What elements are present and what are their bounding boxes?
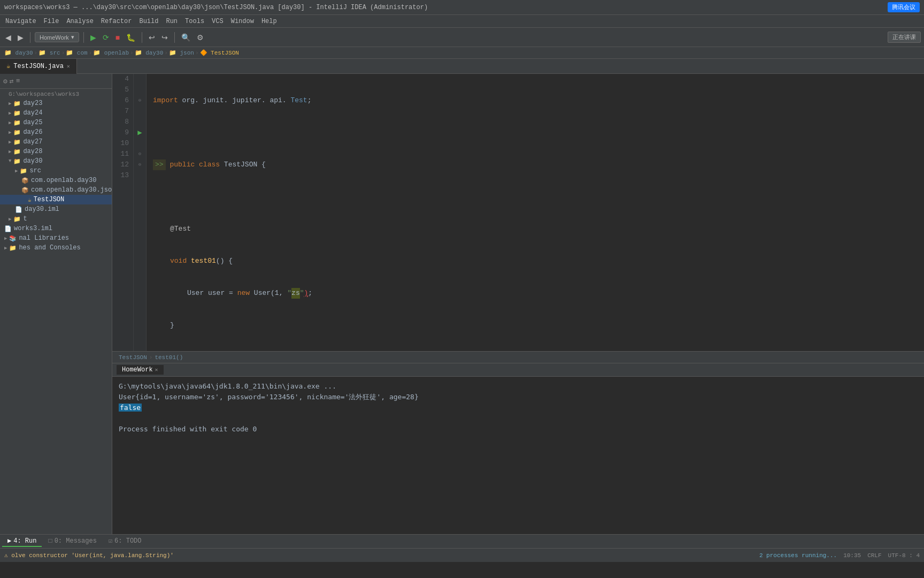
- bc-testjson[interactable]: 🔶 TestJSON: [200, 49, 239, 56]
- console-output-1: User{id=1, username='zs', password='1234…: [119, 392, 918, 402]
- editor-tab-testjson[interactable]: ☕ TestJSON.java ✕: [0, 59, 77, 74]
- settings-button[interactable]: ⚙: [195, 32, 206, 43]
- sidebar-workspace[interactable]: G:\workspaces\works3: [0, 90, 112, 98]
- console-tab-label: HomeWork: [122, 366, 153, 374]
- bottom-tab-run[interactable]: ▶ 4: Run: [2, 536, 42, 547]
- collapse-icon[interactable]: ⊖: [138, 95, 141, 106]
- sidebar-item-com-openlab-day30-json[interactable]: 📦 com.openlab.day30.json: [0, 185, 112, 195]
- status-crlf[interactable]: CRLF: [867, 552, 881, 559]
- menu-window[interactable]: Window: [228, 17, 257, 26]
- run-gutter-icon[interactable]: ▶: [137, 127, 142, 138]
- sidebar-expand-icon[interactable]: ⇄: [10, 77, 14, 86]
- code-line-7: [153, 192, 918, 202]
- sidebar-item-scratches[interactable]: ▶ 📁 hes and Consoles: [0, 243, 112, 253]
- console-tab-homework[interactable]: HomeWork ✕: [117, 365, 164, 375]
- sidebar-item-src[interactable]: ▶ 📁 src: [0, 166, 112, 176]
- collapse-icon-3[interactable]: ⊖: [138, 159, 141, 170]
- toolbar: ◀ ▶ HomeWork ▾ ▶ ⟳ ■ 🐛 ↩ ↪ 🔍 ⚙ 正在讲课: [0, 28, 924, 47]
- code-line-10: User user = new User(1, "zs");: [153, 288, 918, 299]
- sidebar-item-day27[interactable]: ▶ 📁 day27: [0, 137, 112, 147]
- sidebar-item-day24[interactable]: ▶ 📁 day24: [0, 108, 112, 118]
- menu-run[interactable]: Run: [163, 17, 181, 26]
- toolbar-sep-1: [30, 32, 30, 43]
- editor-console-area: 4 5 6 7 8 9 10 11 12 13 ⊖: [112, 74, 924, 534]
- eb-testjson[interactable]: TestJSON: [119, 354, 147, 361]
- sidebar-content: G:\workspaces\works3 ▶ 📁 day23 ▶ 📁 day24…: [0, 89, 112, 534]
- bottom-tab-messages[interactable]: □ 0: Messages: [43, 536, 102, 547]
- code-line-4: import org. junit. jupiter. api. Test;: [153, 95, 918, 106]
- sidebar-item-day30-iml[interactable]: 📄 day30.iml: [0, 204, 112, 214]
- todo-tab-icon: ☑: [109, 537, 112, 545]
- back-button[interactable]: ◀: [3, 32, 13, 43]
- menu-file[interactable]: File: [41, 17, 63, 26]
- build-button[interactable]: ▶: [88, 32, 98, 43]
- undo-button[interactable]: ↩: [147, 32, 157, 43]
- sidebar-item-ext-libraries[interactable]: ▶ 📚 nal Libraries: [0, 233, 112, 243]
- sidebar-collapse-icon[interactable]: ≡: [16, 77, 20, 85]
- bc-src[interactable]: 📁 src: [38, 49, 60, 56]
- console-java-path: G:\mytools\java\java64\jdk1.8.0_211\bin\…: [119, 381, 918, 392]
- status-charset: UTF-8 : 4: [888, 552, 920, 559]
- console-false-line: false: [119, 402, 918, 413]
- search-button[interactable]: 🔍: [179, 32, 192, 43]
- code-line-9: void test01() {: [153, 256, 918, 267]
- todo-tab-label: 6: TODO: [114, 537, 141, 545]
- sidebar-toolbar: ⚙ ⇄ ≡: [0, 74, 112, 89]
- sidebar-item-testjson[interactable]: ☕ TestJSON: [0, 195, 112, 204]
- menu-refactor[interactable]: Refactor: [98, 17, 135, 26]
- menu-vcs[interactable]: VCS: [209, 17, 227, 26]
- status-bar: ⚠ olve constructor 'User(int, java.lang.…: [0, 548, 924, 562]
- collapse-icon-2[interactable]: ⊖: [138, 149, 141, 159]
- bc-json[interactable]: 📁 json: [169, 49, 194, 56]
- editor-tab-bar: ☕ TestJSON.java ✕: [0, 59, 924, 74]
- sidebar-item-com-openlab-day30[interactable]: 📦 com.openlab.day30: [0, 176, 112, 185]
- code-editor[interactable]: 4 5 6 7 8 9 10 11 12 13 ⊖: [112, 74, 924, 351]
- bc-com[interactable]: 📁 com: [66, 49, 87, 56]
- code-content[interactable]: import org. junit. jupiter. api. Test; >…: [147, 74, 924, 351]
- menu-analyse[interactable]: Analyse: [63, 17, 96, 26]
- sidebar-item-day30[interactable]: ▼ 📁 day30: [0, 156, 112, 166]
- toolbar-sep-2: [83, 32, 84, 43]
- forward-button[interactable]: ▶: [16, 32, 26, 43]
- toolbar-sep-4: [174, 32, 175, 43]
- sidebar-item-day23[interactable]: ▶ 📁 day23: [0, 98, 112, 108]
- sidebar-item-day25[interactable]: ▶ 📁 day25: [0, 118, 112, 127]
- sidebar-item-day26[interactable]: ▶ 📁 day26: [0, 127, 112, 137]
- debug-button[interactable]: 🐛: [124, 32, 137, 43]
- sidebar-item-t[interactable]: ▶ 📁 t: [0, 214, 112, 224]
- console-area: G:\mytools\java\java64\jdk1.8.0_211\bin\…: [112, 377, 924, 534]
- menu-build[interactable]: Build: [136, 17, 161, 26]
- project-selector[interactable]: HomeWork ▾: [35, 32, 79, 42]
- status-warning-text: ⚠ olve constructor 'User(int, java.lang.…: [4, 552, 174, 559]
- code-line-6: >> public class TestJSON {: [153, 159, 918, 170]
- redo-button[interactable]: ↪: [159, 32, 170, 43]
- toolbar-sep-3: [142, 32, 142, 43]
- messages-tab-icon: □: [48, 537, 52, 545]
- console-tab-header: HomeWork ✕: [112, 363, 924, 377]
- sidebar-item-day28[interactable]: ▶ 📁 day28: [0, 147, 112, 156]
- run-tab-label: 4: Run: [13, 537, 36, 545]
- sidebar-settings-icon[interactable]: ⚙: [3, 77, 7, 86]
- eb-test01[interactable]: test01(): [155, 354, 183, 361]
- code-line-8: @Test: [153, 224, 918, 234]
- breadcrumb: 📁 day30 › 📁 src › 📁 com › 📁 openlab › 📁 …: [0, 47, 924, 59]
- console-exit-code: Process finished with exit code 0: [119, 424, 918, 435]
- menu-help[interactable]: Help: [258, 17, 280, 26]
- bc-openlab[interactable]: 📁 openlab: [93, 49, 129, 56]
- workspace-label: G:\workspaces\works3: [9, 91, 79, 97]
- bc-day30[interactable]: 📁 day30: [4, 49, 33, 56]
- console-tab-close[interactable]: ✕: [155, 367, 158, 373]
- sidebar-item-works3-iml[interactable]: 📄 works3.iml: [0, 224, 112, 233]
- stop-button[interactable]: ■: [113, 32, 122, 43]
- tab-filename: TestJSON.java: [13, 63, 64, 70]
- main-layout: ⚙ ⇄ ≡ G:\workspaces\works3 ▶ 📁 day23 ▶ 📁…: [0, 74, 924, 534]
- menu-navigate[interactable]: Navigate: [2, 17, 40, 26]
- rerun-button[interactable]: ⟳: [101, 32, 111, 43]
- processes-running[interactable]: 2 processes running...: [759, 552, 837, 559]
- tab-close-button[interactable]: ✕: [67, 63, 70, 70]
- tencent-badge[interactable]: 腾讯会议: [888, 2, 920, 12]
- bottom-tab-bar: ▶ 4: Run □ 0: Messages ☑ 6: TODO: [0, 534, 924, 548]
- bottom-tab-todo[interactable]: ☑ 6: TODO: [103, 536, 147, 547]
- bc-day30-2[interactable]: 📁 day30: [135, 49, 164, 56]
- menu-tools[interactable]: Tools: [182, 17, 207, 26]
